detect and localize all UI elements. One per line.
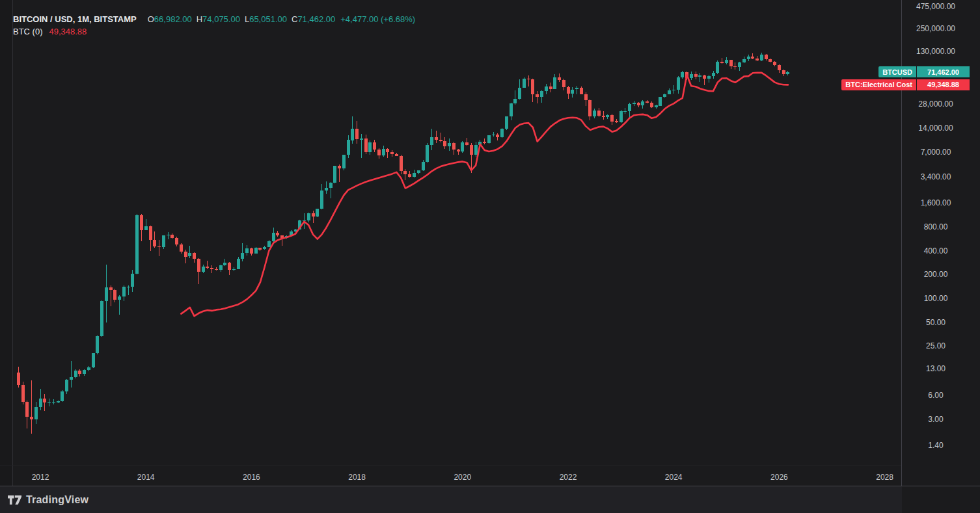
low-label: L xyxy=(245,14,249,24)
indicator-value: 49,348.88 xyxy=(49,27,87,36)
price-tick-label: 13.00 xyxy=(902,364,970,373)
change-value: +4,477.00 (+6.68%) xyxy=(340,14,415,24)
price-tick-label: 3,400.00 xyxy=(902,172,970,181)
price-tick-label: 130,000.00 xyxy=(902,47,970,56)
symbol-title[interactable]: BITCOIN / USD, 1M, BITSTAMP xyxy=(13,14,137,24)
price-tick-label: 400.00 xyxy=(902,246,970,256)
high-label: H xyxy=(197,14,202,24)
open-label: O xyxy=(148,14,154,24)
symbol-legend-row: BITCOIN / USD, 1M, BITSTAMP O66,982.00 H… xyxy=(13,13,415,25)
time-tick-label: 2024 xyxy=(657,473,690,482)
price-tick-label: 1,600.00 xyxy=(902,198,970,207)
open-value: 66,982.00 xyxy=(154,14,192,24)
time-tick-label: 2028 xyxy=(869,473,901,482)
electrical-cost-price-tag[interactable]: BTC:Electrical Cost 49,348.88 xyxy=(841,79,970,90)
time-tick-label: 2020 xyxy=(446,473,479,482)
tradingview-logo-icon xyxy=(8,495,21,505)
chart-legend: BITCOIN / USD, 1M, BITSTAMP O66,982.00 H… xyxy=(13,13,415,38)
time-tick-label: 2012 xyxy=(24,473,57,482)
attribution-bar: TradingView xyxy=(0,486,980,513)
btcusd-tag-value: 71,462.00 xyxy=(917,66,970,77)
time-tick-label: 2014 xyxy=(129,473,162,482)
close-label: C xyxy=(292,14,297,24)
price-tick-label: 1.40 xyxy=(902,441,970,450)
price-tick-label: 6.00 xyxy=(902,391,970,400)
price-tick-label: 50.00 xyxy=(902,318,970,327)
price-tick-label: 200.00 xyxy=(902,270,970,279)
price-tick-label: 250,000.00 xyxy=(902,24,970,33)
close-value: 71,462.00 xyxy=(297,14,335,24)
price-chart-canvas[interactable] xyxy=(0,0,901,486)
btcusd-tag-label: BTCUSD xyxy=(878,66,916,77)
time-tick-label: 2026 xyxy=(763,473,795,482)
high-value: 74,075.00 xyxy=(202,14,240,24)
candles-layer xyxy=(17,53,790,434)
price-tick-label: 3.00 xyxy=(902,415,970,424)
indicator-title[interactable]: BTC (0) xyxy=(13,27,43,36)
price-tick-label: 28,000.00 xyxy=(902,99,970,109)
price-tick-label: 475,000.00 xyxy=(902,2,970,11)
electrical-cost-line xyxy=(181,73,788,316)
electrical-cost-tag-label: BTC:Electrical Cost xyxy=(841,79,916,90)
time-tick-label: 2016 xyxy=(235,473,267,482)
time-tick-label: 2022 xyxy=(552,473,584,482)
price-tick-label: 25.00 xyxy=(902,341,970,350)
price-tick-label: 14,000.00 xyxy=(902,124,970,133)
axis-corner xyxy=(902,486,980,513)
tradingview-logo[interactable]: TradingView xyxy=(8,494,88,506)
price-tick-label: 7,000.00 xyxy=(902,148,970,157)
electrical-cost-tag-value: 49,348.88 xyxy=(917,79,970,90)
btcusd-price-tag[interactable]: BTCUSD 71,462.00 xyxy=(878,66,970,77)
time-axis[interactable]: 201220142016201820202022202420262028 xyxy=(0,466,901,486)
tradingview-chart-window: 201220142016201820202022202420262028 475… xyxy=(0,0,980,513)
low-value: 65,051.00 xyxy=(249,14,287,24)
time-tick-label: 2018 xyxy=(341,473,374,482)
price-tick-label: 800.00 xyxy=(902,222,970,231)
indicator-legend-row: BTC (0) 49,348.88 xyxy=(13,25,415,38)
tradingview-logo-text: TradingView xyxy=(26,494,88,506)
price-tick-label: 100.00 xyxy=(902,294,970,303)
